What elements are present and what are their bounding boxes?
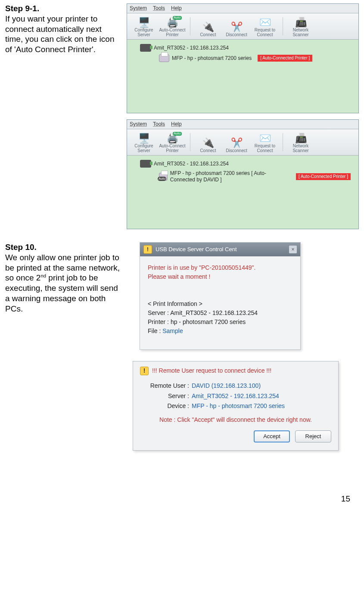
step-9-1-title: Step 9-1. <box>5 4 39 13</box>
server-label: Server : <box>148 309 170 316</box>
menubar: System Tools Help <box>127 4 358 13</box>
menu-help[interactable]: Help <box>171 5 182 12</box>
tree-printer-row[interactable]: MFP - hp - photosmart 7200 series [ Auto… <box>159 54 351 62</box>
menu-tools[interactable]: Tools <box>153 5 165 12</box>
menu-system[interactable]: System <box>130 121 147 128</box>
dialog-body: Printer is in use by "PC-201005051449". … <box>140 256 300 349</box>
remote-request-dialog: ! !!! Remote User request to connect dev… <box>133 361 339 451</box>
remote-user-label: Remote User : <box>140 382 192 390</box>
server-label: Amit_RT3052 - 192.168.123.254 <box>154 161 229 167</box>
tree-server-row[interactable]: Amit_RT3052 - 192.168.123.254 <box>140 44 351 52</box>
menubar: System Tools Help <box>127 120 358 129</box>
printer-icon: Auto <box>159 173 168 181</box>
disconnect-icon: ✂️ <box>231 22 243 32</box>
disconnect-icon: ✂️ <box>231 138 243 148</box>
close-icon[interactable]: × <box>289 246 297 253</box>
app-window-1: System Tools Help 🖥️Configure Server 🖨️A… <box>127 3 359 113</box>
connect-button[interactable]: 🔌Connect <box>195 131 221 153</box>
auto-connect-icon: 🖨️Auto <box>167 17 178 28</box>
toolbar: 🖥️Configure Server 🖨️AutoAuto-Connect Pr… <box>127 13 358 40</box>
disconnect-button[interactable]: ✂️Disconnect <box>223 131 250 153</box>
separator <box>190 17 190 35</box>
request-connect-button[interactable]: ✉️Request to Connect <box>252 16 278 37</box>
printer-value: hp - photosmart 7200 series <box>171 318 246 325</box>
connect-icon: 🔌 <box>202 22 214 32</box>
remote-user-value: DAVID (192.168.123.100) <box>192 382 261 390</box>
tree-printer-row[interactable]: Auto MFP - hp - photosmart 7200 series [… <box>159 170 351 183</box>
connect-button[interactable]: 🔌Connect <box>195 16 221 37</box>
server-icon: 🖥️ <box>138 133 150 143</box>
printer-busy-dialog: ! USB Device Server Control Cent × Print… <box>140 242 301 350</box>
print-info-header: < Print Information > <box>148 299 292 308</box>
accept-button[interactable]: Accept <box>254 430 290 442</box>
reject-button[interactable]: Reject <box>295 430 331 442</box>
request-connect-button[interactable]: ✉️Request to Connect <box>252 131 278 153</box>
printer-label: Printer : <box>148 318 171 325</box>
dialog-title-text: USB Device Server Control Cent <box>156 246 237 253</box>
disconnect-button[interactable]: ✂️Disconnect <box>223 16 250 37</box>
request-icon: ✉️ <box>259 17 271 28</box>
printer-label: MFP - hp - photosmart 7200 series <box>172 55 252 62</box>
step-10-body-sup: nd <box>40 273 46 278</box>
dialog-header-text: !!! Remote User request to connect devic… <box>152 367 271 375</box>
auto-connected-tag: [ Auto-Connected Printer ] <box>296 173 351 181</box>
server-icon <box>140 44 151 52</box>
server-label: Server : <box>140 393 192 400</box>
warning-icon: ! <box>143 245 152 254</box>
auto-connect-printer-button[interactable]: 🖨️AutoAuto-Connect Printer <box>159 131 186 153</box>
device-label: Device : <box>140 402 192 410</box>
file-label: File : <box>148 327 162 334</box>
device-value: MFP - hp - photosmart 7200 series <box>192 402 285 410</box>
disconnect-note: Note : Click "Accept" will disconnect th… <box>140 416 331 424</box>
server-value: Amit_RT3052 - 192.168.123.254 <box>192 393 279 400</box>
configure-server-button[interactable]: 🖥️Configure Server <box>131 16 157 37</box>
request-icon: ✉️ <box>259 133 271 143</box>
server-label: Amit_RT3052 - 192.168.123.254 <box>154 45 229 51</box>
configure-server-button[interactable]: 🖥️Configure Server <box>131 131 157 153</box>
separator <box>283 17 283 35</box>
scanner-icon: 📠 <box>295 133 307 143</box>
tree-server-row[interactable]: Amit_RT3052 - 192.168.123.254 <box>140 160 351 168</box>
busy-line-2: Please wait a moment ! <box>148 272 292 281</box>
step-9-1-body: If you want your printer to connect auto… <box>5 14 114 54</box>
separator <box>283 133 283 151</box>
auto-connect-icon: 🖨️Auto <box>167 133 178 143</box>
network-scanner-button[interactable]: 📠Network Scanner <box>287 131 314 153</box>
menu-help[interactable]: Help <box>171 121 182 128</box>
server-icon: 🖥️ <box>138 17 150 28</box>
server-value: Amit_RT3052 - 192.168.123.254 <box>170 309 258 316</box>
printer-label: MFP - hp - photosmart 7200 series [ Auto… <box>170 170 290 183</box>
separator <box>190 133 190 151</box>
step-10-title: Step 10. <box>5 243 37 252</box>
menu-system[interactable]: System <box>130 5 147 12</box>
connect-icon: 🔌 <box>202 138 214 148</box>
app-window-2: System Tools Help 🖥️Configure Server 🖨️A… <box>127 119 359 229</box>
network-scanner-button[interactable]: 📠Network Scanner <box>287 16 314 37</box>
busy-line-1: Printer is in use by "PC-201005051449". <box>148 263 292 272</box>
auto-connect-printer-button[interactable]: 🖨️AutoAuto-Connect Printer <box>159 16 186 37</box>
dialog-titlebar: ! USB Device Server Control Cent × <box>140 243 300 256</box>
menu-tools[interactable]: Tools <box>153 121 165 128</box>
auto-connected-tag: [ Auto-Connected Printer ] <box>258 55 312 62</box>
device-tree: Amit_RT3052 - 192.168.123.254 MFP - hp -… <box>127 40 358 113</box>
page-number: 15 <box>5 494 359 504</box>
dialog-header: ! !!! Remote User request to connect dev… <box>140 367 331 375</box>
warning-icon: ! <box>140 367 149 375</box>
toolbar: 🖥️Configure Server 🖨️AutoAuto-Connect Pr… <box>127 129 358 156</box>
device-tree: Amit_RT3052 - 192.168.123.254 Auto MFP -… <box>127 156 358 229</box>
server-icon <box>140 160 151 168</box>
file-value: Sample <box>162 327 183 334</box>
scanner-icon: 📠 <box>295 17 307 28</box>
printer-icon <box>159 54 169 62</box>
